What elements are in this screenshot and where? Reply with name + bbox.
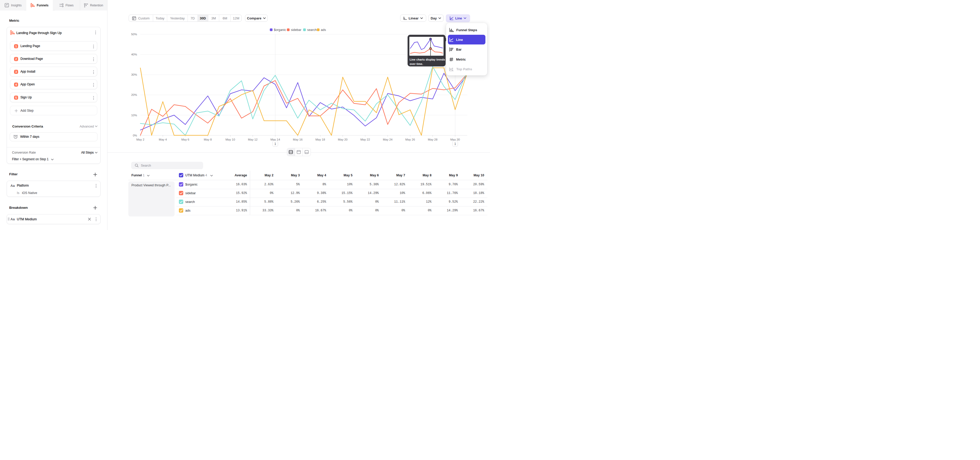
svg-text:1: 1	[274, 142, 276, 146]
svg-text:May 18: May 18	[315, 138, 325, 141]
svg-text:May 4: May 4	[159, 138, 167, 141]
svg-text:20%: 20%	[131, 93, 137, 96]
svg-text:50%: 50%	[131, 33, 137, 36]
svg-text:30%: 30%	[131, 73, 137, 76]
svg-text:May 28: May 28	[428, 138, 438, 141]
svg-text:sidebar: sidebar	[291, 28, 301, 32]
svg-text:0%: 0%	[133, 134, 137, 137]
svg-text:search: search	[307, 28, 317, 32]
svg-text:May 24: May 24	[383, 138, 393, 141]
svg-text:May 14: May 14	[270, 138, 280, 141]
svg-text:1: 1	[454, 142, 456, 146]
svg-text:May 2: May 2	[136, 138, 144, 141]
svg-text:$organic: $organic	[274, 28, 286, 32]
svg-text:ads: ads	[321, 28, 326, 32]
svg-text:May 8: May 8	[204, 138, 212, 141]
svg-text:May 16: May 16	[293, 138, 303, 141]
svg-text:May 22: May 22	[360, 138, 370, 141]
svg-text:40%: 40%	[131, 53, 137, 56]
svg-text:May 6: May 6	[181, 138, 189, 141]
svg-text:May 20: May 20	[338, 138, 348, 141]
svg-text:May 26: May 26	[405, 138, 415, 141]
svg-text:10%: 10%	[131, 114, 137, 117]
svg-text:May 12: May 12	[248, 138, 258, 141]
svg-text:May 30: May 30	[450, 138, 460, 141]
svg-text:May 10: May 10	[225, 138, 235, 141]
